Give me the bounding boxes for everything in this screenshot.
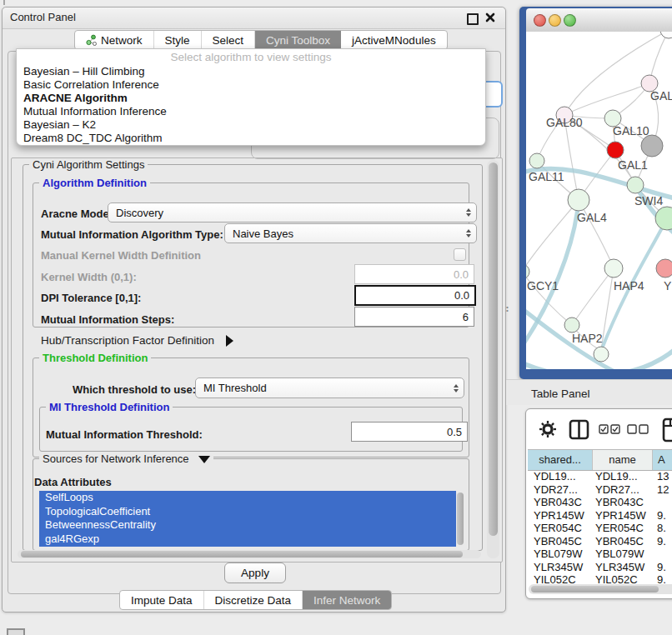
table-row[interactable]: YDR27...YDR27...12 — [528, 483, 672, 497]
threshold-definition-title: Threshold Definition — [39, 352, 151, 364]
data-attributes-list: SelfLoops TopologicalCoefficient Between… — [39, 491, 456, 547]
network-icon — [86, 34, 97, 46]
aracne-mode-combo[interactable]: Discovery — [108, 202, 477, 222]
hub-definition-expander[interactable]: Hub/Transcription Factor Definition — [41, 334, 233, 347]
tab-impute-data[interactable]: Impute Data — [120, 591, 204, 609]
settings-hscroll-thumb[interactable] — [21, 551, 463, 558]
collapse-down-icon — [198, 456, 210, 463]
attribute-item[interactable]: SelfLoops — [39, 491, 456, 505]
node-salmon[interactable] — [656, 259, 672, 278]
data-attributes-label: Data Attributes — [34, 476, 112, 488]
control-panel-titlebar[interactable]: Control Panel — [3, 8, 505, 29]
close-window-icon[interactable] — [485, 12, 495, 22]
node-gcy1[interactable] — [526, 264, 529, 279]
table-settings-gear-icon[interactable] — [539, 420, 557, 441]
attributes-list-scrollbar[interactable] — [457, 492, 464, 545]
tab-cyni-toolbox-label: Cyni Toolbox — [266, 34, 330, 47]
window-title: Control Panel — [10, 11, 76, 23]
mi-type-value: Naive Bayes — [233, 228, 293, 240]
tab-style[interactable]: Style — [154, 31, 202, 49]
table-row[interactable]: YIL052CYIL052C9. — [528, 573, 672, 583]
tab-cyni-toolbox[interactable]: Cyni Toolbox — [255, 31, 341, 49]
mi-type-combo[interactable]: Naive Bayes — [224, 223, 477, 243]
which-threshold-label: Which threshold to use: — [73, 383, 196, 396]
network-window-titlebar[interactable] — [526, 8, 672, 32]
bottom-tabbar: Impute Data Discretize Data Infer Networ… — [119, 590, 392, 610]
tab-discretize-label: Discretize Data — [215, 594, 292, 607]
tab-style-label: Style — [165, 34, 190, 47]
close-traffic-light-icon[interactable] — [534, 14, 546, 27]
node-gal11[interactable] — [529, 153, 544, 168]
manual-kernel-checkbox[interactable] — [454, 248, 466, 261]
dropdown-item-selected[interactable]: ARACNE Algorithm — [17, 92, 485, 105]
table-row[interactable]: YDL19...YDL19...13 — [528, 470, 672, 483]
tab-jactivemnodules[interactable]: jActiveMNodules — [341, 31, 447, 49]
top-edge-artifact — [3, 0, 5, 5]
which-threshold-value: MI Threshold — [203, 382, 267, 394]
node-top-partial[interactable] — [660, 32, 672, 38]
node-hap4[interactable] — [604, 259, 623, 278]
tab-infer-label: Infer Network — [313, 594, 380, 607]
attribute-item[interactable]: gal4RGexp — [39, 532, 456, 547]
float-window-icon[interactable] — [467, 13, 479, 25]
column-header-shared-name[interactable]: shared... — [528, 450, 593, 470]
select-all-checkboxes-icon[interactable] — [599, 424, 620, 438]
right-region: •• — [506, 0, 672, 635]
panel-splitter-handle[interactable]: •• — [506, 306, 510, 312]
desktop: { "window": { "title": "Control Panel" }… — [0, 0, 672, 635]
mi-steps-label: Mutual Information Steps: — [41, 313, 174, 326]
mi-threshold-label: Mutual Information Threshold: — [46, 428, 203, 441]
node-label: HAP4 — [614, 279, 644, 292]
minimize-traffic-light-icon[interactable] — [549, 14, 561, 27]
table-mode-icon-partial[interactable] — [662, 418, 672, 445]
tab-discretize-data[interactable]: Discretize Data — [204, 591, 303, 609]
split-columns-icon[interactable] — [569, 419, 589, 442]
table-row[interactable]: YLR345WYLR345W9. — [528, 561, 672, 574]
tab-select[interactable]: Select — [202, 31, 256, 49]
dropdown-item[interactable]: Mutual Information Inference — [17, 105, 485, 118]
table-panel-titlebar[interactable]: Table Panel — [506, 379, 672, 405]
dropdown-item[interactable]: Dream8 DC_TDC Algorithm — [17, 132, 485, 145]
node-swi4[interactable] — [627, 177, 644, 193]
attribute-item[interactable]: TopologicalCoefficient — [39, 505, 456, 519]
dropdown-item[interactable]: Bayesian – Hill Climbing — [17, 65, 485, 78]
node-label: GCY1 — [527, 279, 559, 292]
node-gal4[interactable] — [568, 189, 589, 211]
apply-button[interactable]: Apply — [224, 562, 286, 583]
mi-threshold-field[interactable]: 0.5 — [351, 422, 468, 442]
mi-steps-field[interactable]: 6 — [354, 307, 474, 327]
dpi-tolerance-label: DPI Tolerance [0,1]: — [41, 292, 141, 304]
attribute-item[interactable]: BetweennessCentrality — [39, 518, 456, 532]
table-row[interactable]: YBL079WYBL079W — [528, 548, 672, 561]
node-label: GAL80 — [546, 116, 583, 129]
node-bottom-partial[interactable] — [594, 347, 609, 362]
table-row[interactable]: YBR045CYBR045C9. — [528, 535, 672, 548]
tab-infer-network[interactable]: Infer Network — [303, 591, 391, 609]
zoom-traffic-light-icon[interactable] — [564, 14, 576, 27]
settings-vscroll-thumb[interactable] — [489, 162, 498, 536]
node-gray[interactable] — [641, 135, 663, 157]
dropdown-item[interactable]: Bayesian – K2 — [17, 118, 485, 132]
column-header-name[interactable]: name — [593, 450, 653, 470]
node-hap2[interactable] — [564, 318, 579, 332]
sources-group-title[interactable]: Sources for Network Inference — [39, 452, 213, 465]
dropdown-item[interactable]: Basic Correlation Inference — [17, 78, 485, 92]
node-gal1-red[interactable] — [607, 142, 624, 158]
network-canvas[interactable]: GAL GAL80 GAL10 GAL1 GAL11 SWI4 GAL4 GCY… — [526, 32, 672, 369]
table-row[interactable]: YER054CYER054C8. — [528, 522, 672, 535]
kernel-width-field[interactable]: 0.0 — [354, 264, 474, 284]
control-panel-tabbar: Network Style Select Cyni Toolbox jActiv… — [74, 30, 448, 50]
node-label: GAL — [650, 89, 672, 102]
table-hscroll-thumb[interactable] — [531, 586, 659, 592]
table-row[interactable]: YBR043CYBR043C — [528, 496, 672, 509]
table-row[interactable]: YPR145WYPR145W9. — [528, 509, 672, 522]
column-header-partial[interactable]: A — [653, 450, 672, 470]
deselect-all-checkboxes-icon[interactable] — [627, 424, 649, 438]
combo-stepper-icon — [454, 378, 459, 398]
node-label: GAL1 — [618, 158, 648, 172]
dpi-tolerance-field[interactable]: 0.0 — [354, 285, 476, 306]
kernel-width-label: Kernel Width (0,1): — [41, 271, 137, 283]
tab-network[interactable]: Network — [75, 31, 154, 49]
minimized-panel-icon[interactable] — [7, 628, 25, 635]
which-threshold-combo[interactable]: MI Threshold — [195, 378, 464, 398]
